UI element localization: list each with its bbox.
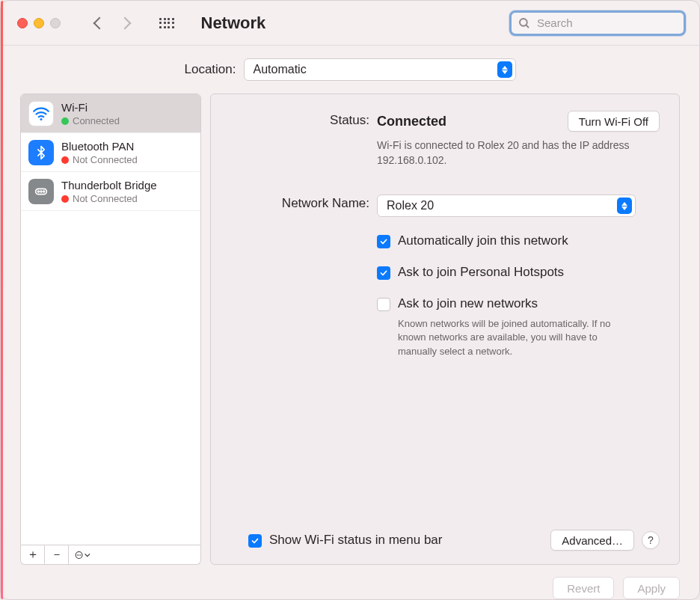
question-icon: ?	[648, 534, 654, 546]
minimize-window-button[interactable]	[34, 18, 44, 28]
toolbar: Network	[1, 1, 699, 46]
chevron-left-icon	[93, 16, 106, 29]
status-dot-icon	[61, 156, 69, 164]
status-message: Wi-Fi is connected to Rolex 20 and has t…	[377, 138, 631, 168]
ask-hotspots-checkbox-row[interactable]: Ask to join Personal Hotspots	[377, 265, 660, 280]
forward-button[interactable]	[120, 19, 129, 28]
wifi-icon	[28, 101, 54, 126]
interface-actions-button[interactable]	[69, 545, 99, 564]
svg-point-2	[40, 118, 42, 120]
add-interface-button[interactable]: ＋	[21, 545, 45, 564]
sidebar-item-status: Not Connected	[73, 193, 138, 204]
location-select[interactable]: Automatic	[244, 58, 516, 81]
status-label: Status:	[230, 111, 369, 168]
sidebar-container: Wi-Fi Connected Bluetooth PAN Not Connec…	[20, 94, 201, 565]
plus-icon: ＋	[27, 547, 39, 563]
network-name-row: Network Name: Rolex 20	[230, 195, 660, 217]
interfaces-sidebar: Wi-Fi Connected Bluetooth PAN Not Connec…	[20, 94, 201, 545]
svg-point-10	[80, 554, 81, 555]
nav-buttons	[95, 19, 129, 28]
svg-point-6	[43, 191, 45, 192]
sidebar-item-label: Wi-Fi	[61, 101, 120, 114]
chevron-right-icon	[119, 16, 132, 29]
checkbox-checked-icon	[377, 235, 390, 248]
status-row: Status: Connected Turn Wi-Fi Off Wi-Fi i…	[230, 111, 660, 168]
zoom-window-button[interactable]	[50, 18, 61, 28]
ask-new-label: Ask to join new networks	[398, 296, 538, 311]
back-button[interactable]	[95, 19, 104, 28]
checkbox-checked-icon	[248, 534, 262, 548]
sidebar-item-label: Bluetooth PAN	[61, 140, 138, 153]
svg-point-0	[520, 19, 527, 26]
network-name-select[interactable]: Rolex 20	[377, 195, 636, 217]
svg-point-8	[77, 554, 78, 555]
status-value: Connected	[377, 114, 446, 129]
ask-new-help-text: Known networks will be joined automatica…	[398, 317, 637, 358]
show-menubar-label: Show Wi-Fi status in menu bar	[269, 533, 442, 548]
sidebar-item-status: Connected	[73, 115, 120, 126]
apply-button[interactable]: Apply	[623, 577, 680, 599]
bottom-buttons: Revert Apply	[1, 565, 699, 599]
updown-arrows-icon	[497, 61, 512, 78]
advanced-button[interactable]: Advanced…	[550, 530, 634, 551]
sidebar-item-label: Thunderbolt Bridge	[61, 179, 157, 192]
sidebar-item-thunderbolt-bridge[interactable]: Thunderbolt Bridge Not Connected	[21, 172, 200, 211]
location-selected-value: Automatic	[254, 63, 307, 76]
wifi-toggle-button[interactable]: Turn Wi-Fi Off	[568, 111, 660, 132]
ask-new-checkbox-row[interactable]: Ask to join new networks	[377, 296, 660, 311]
svg-point-5	[40, 191, 42, 192]
status-dot-icon	[61, 117, 69, 125]
show-menubar-checkbox-row[interactable]: Show Wi-Fi status in menu bar	[248, 533, 442, 548]
revert-button[interactable]: Revert	[553, 577, 614, 599]
thunderbolt-icon	[28, 179, 54, 204]
help-button[interactable]: ?	[642, 531, 660, 549]
search-field[interactable]	[509, 10, 686, 36]
sidebar-item-bluetooth-pan[interactable]: Bluetooth PAN Not Connected	[21, 133, 200, 172]
network-name-label: Network Name:	[230, 195, 369, 217]
checkbox-unchecked-icon	[377, 298, 390, 311]
ellipsis-chevron-icon	[75, 550, 93, 560]
location-label: Location:	[185, 62, 236, 77]
sidebar-item-status: Not Connected	[73, 154, 138, 165]
details-pane: Status: Connected Turn Wi-Fi Off Wi-Fi i…	[210, 94, 680, 565]
bluetooth-icon	[28, 140, 54, 165]
window-controls	[17, 18, 61, 28]
sidebar-item-wifi[interactable]: Wi-Fi Connected	[21, 94, 200, 133]
status-dot-icon	[61, 195, 69, 203]
minus-icon: －	[51, 547, 63, 563]
sidebar-footer: ＋ －	[20, 545, 201, 565]
search-input[interactable]	[535, 16, 678, 30]
svg-line-1	[526, 25, 529, 28]
search-icon	[518, 16, 531, 30]
network-preferences-window: Network Location: Automatic Wi-Fi Con	[0, 0, 700, 600]
svg-point-4	[37, 191, 39, 192]
close-window-button[interactable]	[17, 18, 28, 28]
updown-arrows-icon	[617, 198, 632, 214]
location-row: Location: Automatic	[1, 46, 699, 94]
auto-join-checkbox-row[interactable]: Automatically join this network	[377, 233, 660, 248]
svg-point-9	[79, 554, 79, 555]
remove-interface-button[interactable]: －	[45, 545, 69, 564]
ask-hotspots-label: Ask to join Personal Hotspots	[398, 265, 564, 280]
checkbox-checked-icon	[377, 266, 390, 280]
page-title: Network	[201, 13, 266, 33]
details-footer: Show Wi-Fi status in menu bar Advanced… …	[230, 530, 660, 551]
show-all-icon[interactable]	[159, 18, 174, 28]
main-area: Wi-Fi Connected Bluetooth PAN Not Connec…	[1, 94, 699, 565]
auto-join-label: Automatically join this network	[398, 233, 568, 248]
network-name-value: Rolex 20	[387, 199, 434, 212]
